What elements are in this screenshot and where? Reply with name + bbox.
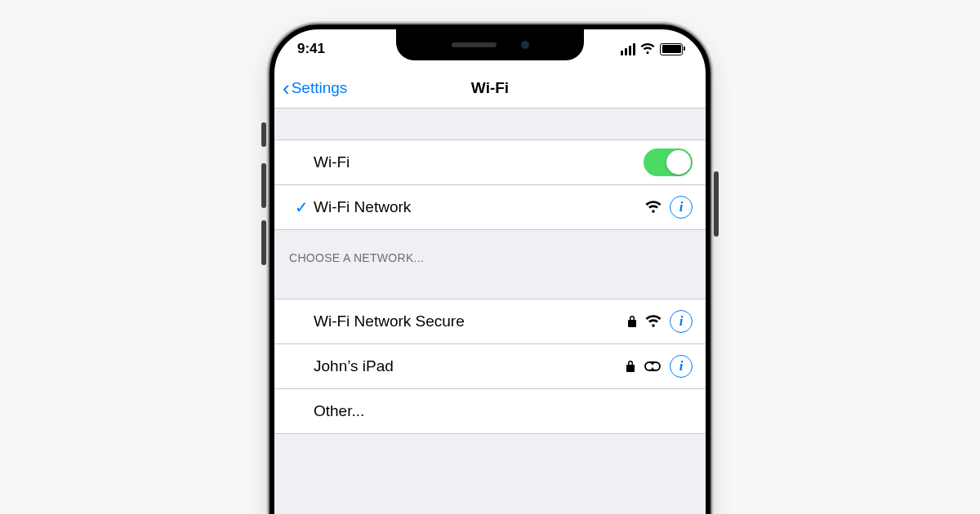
wifi-signal-icon <box>645 201 662 214</box>
other-label: Other... <box>314 402 693 420</box>
side-button-vol-up <box>261 163 266 208</box>
lock-icon <box>627 315 637 328</box>
chevron-left-icon: ‹ <box>283 78 290 99</box>
back-label: Settings <box>292 79 348 97</box>
info-button[interactable]: i <box>670 355 693 378</box>
network-name: Wi-Fi Network Secure <box>314 312 627 330</box>
wifi-toggle-label: Wi-Fi <box>314 153 644 171</box>
side-button-vol-down <box>261 220 266 265</box>
network-name: John’s iPad <box>314 357 626 375</box>
network-row[interactable]: Wi-Fi Network Secure i <box>274 299 706 344</box>
front-camera <box>521 41 529 49</box>
wifi-signal-icon <box>645 315 662 328</box>
info-button[interactable]: i <box>670 196 693 219</box>
side-button-right <box>714 171 719 237</box>
battery-icon <box>660 43 683 55</box>
lock-icon <box>626 360 635 373</box>
wifi-toggle[interactable] <box>644 148 693 176</box>
screen: 9:41 ‹ Settings Wi-Fi Wi-Fi <box>274 29 706 514</box>
connected-network-row[interactable]: ✓ Wi-Fi Network i <box>274 185 706 230</box>
status-time: 9:41 <box>297 41 325 57</box>
checkmark-icon: ✓ <box>295 197 309 217</box>
network-row[interactable]: John’s iPad i <box>274 344 706 389</box>
side-button-mute <box>261 122 266 147</box>
iphone-frame: 9:41 ‹ Settings Wi-Fi Wi-Fi <box>270 24 710 514</box>
section-gap <box>274 109 706 140</box>
choose-network-header: CHOOSE A NETWORK... <box>274 230 706 299</box>
wifi-toggle-row[interactable]: Wi-Fi <box>274 140 706 185</box>
connected-network-name: Wi-Fi Network <box>314 198 645 216</box>
wifi-status-icon <box>640 43 655 55</box>
back-button[interactable]: ‹ Settings <box>274 78 347 99</box>
notch <box>396 29 584 60</box>
other-network-row[interactable]: Other... <box>274 389 706 434</box>
hotspot-icon <box>644 361 662 372</box>
info-button[interactable]: i <box>670 310 693 333</box>
nav-bar: ‹ Settings Wi-Fi <box>274 69 706 109</box>
cellular-icon <box>621 43 636 55</box>
speaker-grille <box>452 42 497 47</box>
